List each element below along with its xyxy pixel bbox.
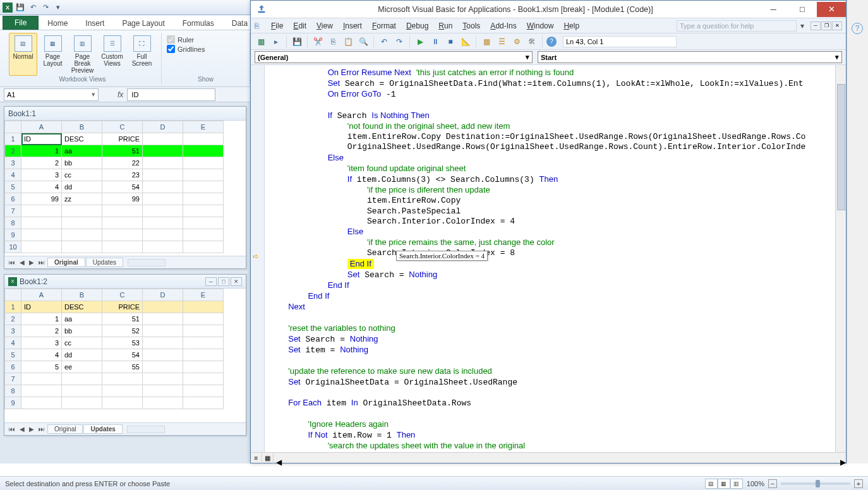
close-icon[interactable]: ✕ bbox=[231, 277, 242, 286]
menu-run[interactable]: Run bbox=[433, 20, 457, 32]
hscroll-2[interactable] bbox=[127, 426, 165, 433]
zoom-out-icon[interactable]: − bbox=[768, 479, 777, 488]
menu-insert[interactable]: Insert bbox=[338, 20, 367, 32]
vscrollbar[interactable] bbox=[835, 65, 846, 452]
view-normal-button[interactable]: ▤Normal bbox=[9, 33, 37, 76]
tab-nav-next-icon[interactable]: ▶ bbox=[27, 426, 36, 433]
sheet-tab-updates[interactable]: Updates bbox=[83, 424, 122, 434]
tab-formulas[interactable]: Formulas bbox=[174, 17, 223, 30]
group-caption-show: Show bbox=[167, 76, 244, 84]
view-page-break-button[interactable]: ▥Page Break Preview bbox=[68, 33, 97, 76]
tab-file[interactable]: File bbox=[3, 16, 39, 30]
margin-gutter[interactable]: ➪ bbox=[251, 65, 265, 452]
procedure-combo[interactable]: Start▾ bbox=[538, 51, 842, 63]
view-page-layout-button[interactable]: ▦Page Layout bbox=[39, 33, 67, 76]
view-excel-icon[interactable]: ▦ bbox=[255, 35, 267, 48]
object-browser-icon[interactable]: ⚙ bbox=[510, 35, 523, 48]
minimize-button[interactable]: ─ bbox=[759, 2, 788, 17]
sheet-tabs-2: ⏮ ◀ ▶ ⏭ Original Updates bbox=[4, 422, 246, 435]
help-search-input[interactable]: Type a question for help bbox=[677, 20, 797, 32]
name-box[interactable]: A1▾ bbox=[4, 88, 99, 101]
fx-icon[interactable]: fx bbox=[118, 90, 123, 99]
proc-view-icon[interactable]: ≡ bbox=[251, 453, 262, 463]
object-combo[interactable]: (General)▾ bbox=[255, 51, 533, 63]
tab-nav-last-icon[interactable]: ⏭ bbox=[37, 259, 47, 266]
status-message: Select destination and press ENTER or ch… bbox=[5, 480, 170, 487]
worksheet-grid-1[interactable]: ABCDE1IDDESCPRICE21aa5132bb2243cc2354dd5… bbox=[4, 121, 246, 256]
tab-nav-first-icon[interactable]: ⏮ bbox=[7, 259, 17, 266]
undo-icon[interactable]: ↶ bbox=[378, 35, 390, 48]
copy-icon[interactable]: ⎘ bbox=[327, 35, 339, 48]
close-button[interactable]: ✕ bbox=[817, 2, 846, 17]
find-icon[interactable]: 🔍 bbox=[357, 35, 370, 48]
help-icon[interactable]: ? bbox=[546, 37, 557, 47]
undo-icon[interactable]: ↶ bbox=[28, 3, 38, 13]
tab-nav-prev-icon[interactable]: ◀ bbox=[18, 259, 27, 266]
min-icon[interactable]: ─ bbox=[205, 277, 217, 286]
help-icon[interactable]: ? bbox=[852, 23, 863, 34]
menu-help[interactable]: Help bbox=[558, 20, 584, 32]
zoom-level[interactable]: 100% bbox=[747, 480, 764, 487]
status-bar: Select destination and press ENTER or ch… bbox=[0, 476, 868, 490]
chk-gridlines[interactable]: Gridlines bbox=[167, 45, 244, 53]
vbe-window: Microsoft Visual Basic for Applications … bbox=[250, 0, 847, 463]
menu-window[interactable]: Window bbox=[522, 20, 559, 32]
menu-debug[interactable]: Debug bbox=[401, 20, 433, 32]
mdi-restore-icon[interactable]: ❐ bbox=[821, 21, 831, 30]
zoom-slider[interactable] bbox=[781, 482, 850, 485]
tab-nav-last-icon[interactable]: ⏭ bbox=[37, 426, 47, 433]
insert-module-icon[interactable]: ▸ bbox=[270, 35, 282, 48]
menu-add-ins[interactable]: Add-Ins bbox=[485, 20, 521, 32]
zoom-in-icon[interactable]: + bbox=[854, 479, 863, 488]
menu-file[interactable]: File bbox=[266, 20, 288, 32]
cut-icon[interactable]: ✂️ bbox=[311, 35, 324, 48]
view-full-screen-button[interactable]: ⛶Full Screen bbox=[128, 33, 156, 76]
properties-icon[interactable]: ☰ bbox=[495, 35, 508, 48]
view-custom-button[interactable]: ☰Custom Views bbox=[98, 33, 126, 76]
window-title: Book1:1 bbox=[8, 109, 36, 118]
menu-tools[interactable]: Tools bbox=[457, 20, 485, 32]
save-icon[interactable]: 💾 bbox=[15, 3, 25, 13]
sheet-tab-updates[interactable]: Updates bbox=[86, 258, 123, 267]
sheet-tab-original[interactable]: Original bbox=[47, 424, 83, 434]
mdi-close-icon[interactable]: ✕ bbox=[832, 21, 842, 30]
tab-insert[interactable]: Insert bbox=[76, 17, 113, 30]
hscroll-1[interactable] bbox=[128, 259, 166, 266]
redo-icon[interactable]: ↷ bbox=[393, 35, 406, 48]
mdi-min-icon[interactable]: ─ bbox=[811, 21, 821, 30]
menu-view[interactable]: View bbox=[311, 20, 338, 32]
tab-nav-prev-icon[interactable]: ◀ bbox=[18, 426, 27, 433]
design-mode-icon[interactable]: 📐 bbox=[459, 35, 472, 48]
code-editor[interactable]: On Error Resume Next 'this just catches … bbox=[265, 65, 835, 452]
run-icon[interactable]: ▶ bbox=[414, 35, 426, 48]
max-icon[interactable]: □ bbox=[218, 277, 229, 286]
tab-nav-first-icon[interactable]: ⏮ bbox=[7, 426, 17, 433]
cursor-location: Ln 43, Col 1 bbox=[563, 36, 677, 47]
sheet-tab-original[interactable]: Original bbox=[47, 258, 85, 267]
tab-nav-next-icon[interactable]: ▶ bbox=[27, 259, 36, 266]
qat-customize-icon[interactable]: ▾ bbox=[53, 3, 63, 13]
full-module-view-icon[interactable]: ▦ bbox=[262, 453, 274, 463]
toolbox-icon[interactable]: 🛠 bbox=[526, 35, 538, 48]
paste-icon[interactable]: 📋 bbox=[342, 35, 354, 48]
hscrollbar[interactable]: ≡▦ ◀▶ bbox=[251, 452, 846, 463]
chk-ruler[interactable]: Ruler bbox=[167, 35, 244, 44]
vba-doc-icon: ⎘ bbox=[255, 21, 265, 30]
reset-icon[interactable]: ■ bbox=[444, 35, 457, 48]
worksheet-grid-2[interactable]: ABCDE1IDDESCPRICE21aa5132bb5243cc5354dd5… bbox=[4, 289, 246, 422]
menu-format[interactable]: Format bbox=[367, 20, 401, 32]
project-explorer-icon[interactable]: ▦ bbox=[480, 35, 493, 48]
excel-icon: X bbox=[3, 3, 13, 13]
redo-icon[interactable]: ↷ bbox=[40, 3, 51, 13]
save-icon[interactable]: 💾 bbox=[291, 35, 303, 48]
menu-edit[interactable]: Edit bbox=[288, 20, 311, 32]
window-book1-1: Book1:1 ABCDE1IDDESCPRICE21aa5132bb2243c… bbox=[4, 106, 246, 269]
formula-input[interactable]: ID bbox=[127, 88, 215, 101]
tab-home[interactable]: Home bbox=[39, 17, 76, 30]
break-icon[interactable]: ⏸ bbox=[429, 35, 442, 48]
maximize-button[interactable]: □ bbox=[788, 2, 817, 17]
view-shortcuts[interactable]: ▤▦▥ bbox=[705, 479, 743, 489]
mdi-client-area: Book1:1 ABCDE1IDDESCPRICE21aa5132bb2243c… bbox=[0, 102, 250, 463]
code-area: ➪ On Error Resume Next 'this just catche… bbox=[251, 65, 846, 452]
tab-page-layout[interactable]: Page Layout bbox=[113, 17, 173, 30]
